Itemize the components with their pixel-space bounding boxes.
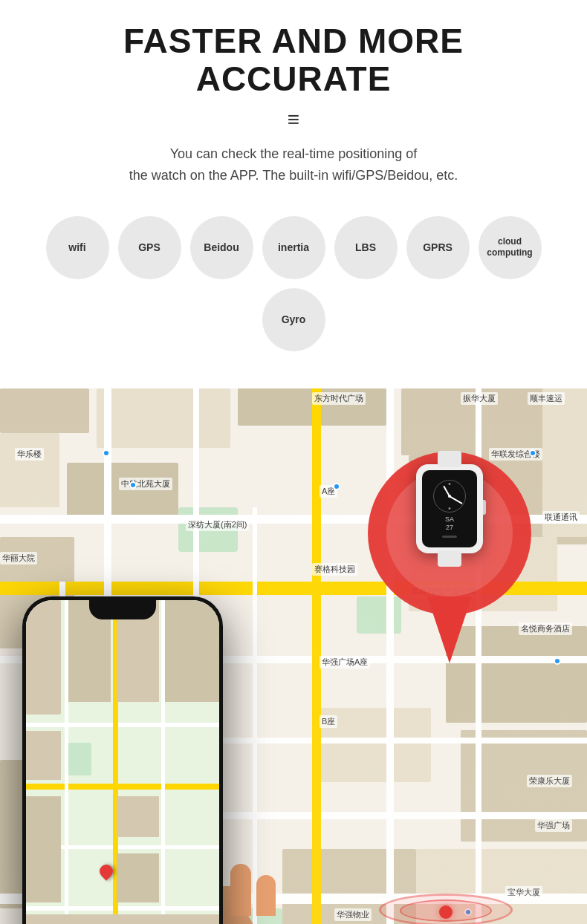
- badge-gps: GPS: [118, 216, 181, 279]
- watch-screen: SA 27: [422, 470, 477, 547]
- phone-block-6: [26, 796, 61, 902]
- location-pin-large: SA 27: [364, 448, 535, 678]
- phone-block-1: [26, 600, 61, 715]
- map-label-huali: 华丽大院: [0, 552, 37, 565]
- map-label-rongkang: 荣康乐大厦: [527, 775, 572, 787]
- finger-4: [256, 875, 276, 916]
- map-label-dongfang: 东方时代广场: [312, 392, 366, 405]
- subtitle-line2: the watch on the APP. The built-in wifi/…: [129, 168, 458, 183]
- watch-device: SA 27: [416, 464, 483, 553]
- badge-wifi: wifi: [46, 216, 109, 279]
- pulse-center-dot: [439, 905, 453, 919]
- phone-block-7: [117, 796, 159, 837]
- badge-gprs: GPRS: [406, 216, 470, 279]
- phone-screen: ↑ 路线: [26, 600, 219, 924]
- phone-mockup: ↑ 路线: [22, 596, 223, 924]
- watch-clock-face: [433, 480, 466, 513]
- watch-minute-hand: [450, 495, 463, 504]
- watch-dot-top: [449, 483, 451, 485]
- badge-beidou: Beidou: [190, 216, 253, 279]
- badge-inertia: inertia: [262, 216, 325, 279]
- phone-block-8: [117, 853, 159, 902]
- svg-marker-1: [427, 596, 472, 663]
- phone-road-h1: [26, 723, 219, 727]
- map-block: [0, 433, 59, 507]
- watch-center-dot: [448, 495, 451, 498]
- map-label-huaqiang-a: 华强广场A座: [320, 656, 370, 668]
- map-label-huale: 华乐楼: [15, 448, 44, 461]
- poi-dot-2: [129, 481, 137, 489]
- poi-dot-5: [554, 657, 561, 665]
- phone-block-5: [26, 731, 61, 780]
- watch-button: [442, 536, 457, 538]
- map-label-b-zuo: B座: [320, 715, 337, 728]
- main-title: FASTER AND MORE ACCURATE: [30, 22, 557, 97]
- watch-side-button: [483, 500, 486, 515]
- phone-location-pin: [100, 865, 113, 878]
- pulse-rings: [379, 894, 513, 924]
- map-block: [0, 388, 89, 433]
- phone-road-h4: [26, 906, 219, 911]
- map-label-saige-tech: 赛格科技园: [312, 563, 357, 576]
- map-label-huaqiang-property: 华强物业: [334, 908, 372, 921]
- subtitle-line1: You can check the real-time positioning …: [170, 146, 418, 161]
- subtitle: You can check the real-time positioning …: [30, 143, 557, 186]
- watch-strap-bottom: [438, 550, 461, 567]
- map-label-huaqiang-sq: 华强广场: [535, 819, 572, 832]
- phone-block-4: [165, 600, 219, 703]
- phone-green-1: [68, 743, 91, 775]
- map-label-zhonghang: 中航北苑大厦: [119, 478, 172, 490]
- map-label-liangtong: 联通通讯: [542, 511, 580, 524]
- map-label-shenfang: 深纺大厦(南2间): [186, 518, 249, 531]
- phone-road-h2: [26, 784, 219, 790]
- badge-cloud-computing: cloudcomputing: [479, 216, 542, 279]
- badges-row: wifi GPS Beidou inertia LBS GPRS cloudco…: [30, 209, 557, 374]
- map-label-zhenhua: 振华大厦: [461, 392, 498, 405]
- poi-dot-3: [333, 483, 340, 490]
- watch-strap-top: [438, 451, 461, 467]
- map-block: [97, 388, 230, 448]
- pulse-rings-container: [379, 894, 513, 924]
- map-label-shunfeng: 顺丰速运: [528, 392, 565, 405]
- map-section: 东方时代广场 顺丰速运 华乐楼 中航北苑大厦 A座 华联发综合楼 深纺大厦(南2…: [0, 388, 587, 924]
- watch-dot-bottom: [449, 507, 451, 510]
- watch-date-display: SA 27: [445, 515, 454, 533]
- phone-pin-head: [97, 862, 115, 880]
- phone-block-9: [26, 914, 219, 924]
- header-section: FASTER AND MORE ACCURATE ≡ You can check…: [0, 0, 587, 388]
- phone-map-content: ↑ 路线: [26, 600, 219, 924]
- divider-icon: ≡: [30, 109, 557, 130]
- finger-3: [230, 864, 251, 916]
- map-block: [67, 463, 178, 522]
- phone-notch: [89, 600, 156, 619]
- poi-dot-1: [103, 449, 110, 457]
- badge-lbs: LBS: [334, 216, 398, 279]
- badge-gyro: Gyro: [262, 288, 325, 351]
